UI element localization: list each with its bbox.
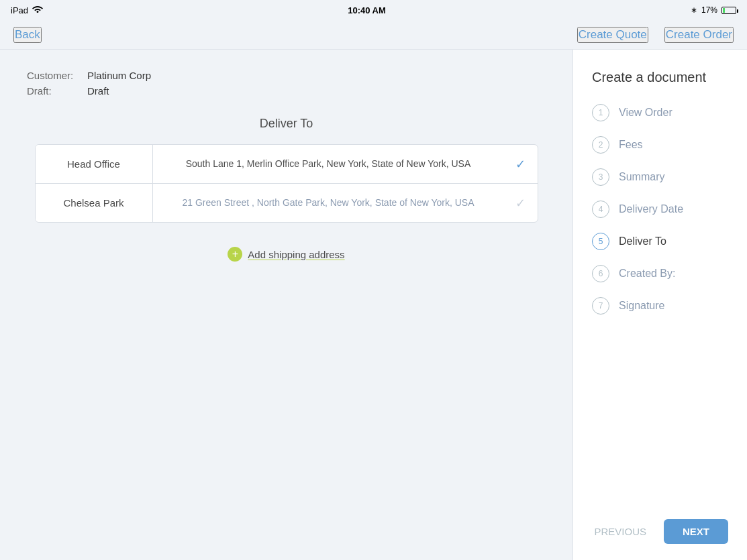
step-signature[interactable]: 7 Signature (592, 297, 728, 315)
step-circle-1: 1 (592, 104, 609, 121)
add-shipping-section: + Add shipping address (27, 243, 546, 266)
step-circle-6: 6 (592, 265, 609, 282)
step-circle-3: 3 (592, 168, 609, 186)
step-created-by[interactable]: 6 Created By: (592, 265, 728, 282)
step-label-delivery-date: Delivery Date (619, 203, 683, 215)
step-label-fees: Fees (619, 139, 643, 151)
next-button[interactable]: NEXT (664, 519, 728, 544)
add-shipping-button[interactable]: + Add shipping address (219, 243, 352, 266)
address-name-chelsea-park: Chelsea Park (36, 184, 153, 222)
create-order-button[interactable]: Create Order (664, 27, 734, 43)
main-layout: Customer: Platinum Corp Draft: Draft Del… (0, 50, 747, 560)
step-circle-4: 4 (592, 201, 609, 218)
panel-footer: PREVIOUS NEXT (573, 508, 747, 560)
address-detail-chelsea-park: 21 Green Street , North Gate Park, New Y… (153, 184, 504, 222)
step-summary[interactable]: 3 Summary (592, 168, 728, 186)
battery-icon (721, 7, 736, 14)
step-label-summary: Summary (619, 171, 664, 183)
step-circle-2: 2 (592, 136, 609, 154)
address-detail-head-office: South Lane 1, Merlin Office Park, New Yo… (153, 145, 504, 183)
step-label-signature: Signature (619, 300, 665, 312)
main-panel: Customer: Platinum Corp Draft: Draft Del… (0, 50, 572, 560)
customer-info: Customer: Platinum Corp Draft: Draft (27, 70, 546, 97)
draft-row: Draft: Draft (27, 85, 546, 97)
add-shipping-icon: + (228, 247, 242, 262)
battery-label: 17% (701, 5, 717, 15)
step-fees[interactable]: 2 Fees (592, 136, 728, 154)
address-table: Head Office South Lane 1, Merlin Office … (35, 144, 538, 223)
panel-title: Create a document (592, 70, 728, 85)
status-bar-time: 10:40 AM (348, 5, 386, 15)
status-bar-left: iPad (11, 5, 43, 15)
nav-actions: Create Quote Create Order (577, 27, 734, 43)
step-label-view-order: View Order (619, 107, 673, 119)
draft-label: Draft: (27, 85, 87, 97)
deliver-to-title: Deliver To (27, 117, 546, 131)
back-button[interactable]: Back (13, 27, 42, 43)
status-bar: iPad 10:40 AM ∗ 17% (0, 0, 747, 20)
address-row-chelsea-park[interactable]: Chelsea Park 21 Green Street , North Gat… (36, 184, 538, 222)
right-panel: Create a document 1 View Order 2 Fees (572, 50, 747, 560)
step-view-order[interactable]: 1 View Order (592, 104, 728, 121)
right-panel-content: Create a document 1 View Order 2 Fees (573, 50, 747, 508)
add-shipping-label: Add shipping address (248, 249, 344, 260)
step-delivery-date[interactable]: 4 Delivery Date (592, 201, 728, 218)
previous-button[interactable]: PREVIOUS (585, 519, 656, 544)
wifi-icon (32, 5, 43, 15)
step-label-created-by: Created By: (619, 268, 675, 280)
steps-list: 1 View Order 2 Fees 3 Summary (592, 104, 728, 315)
address-row-head-office[interactable]: Head Office South Lane 1, Merlin Office … (36, 145, 538, 184)
customer-row: Customer: Platinum Corp (27, 70, 546, 81)
customer-value: Platinum Corp (87, 70, 151, 81)
bluetooth-icon: ∗ (691, 5, 697, 15)
nav-bar: Back Create Quote Create Order (0, 20, 747, 50)
step-circle-5: 5 (592, 233, 609, 250)
step-circle-7: 7 (592, 297, 609, 315)
address-check-chelsea-park: ✓ (504, 184, 538, 222)
create-quote-button[interactable]: Create Quote (577, 27, 648, 43)
address-name-head-office: Head Office (36, 145, 153, 183)
step-label-deliver-to: Deliver To (619, 235, 666, 247)
draft-value: Draft (87, 85, 109, 97)
address-check-head-office: ✓ (504, 145, 538, 183)
step-deliver-to[interactable]: 5 Deliver To (592, 233, 728, 250)
carrier-label: iPad (11, 5, 28, 15)
customer-label: Customer: (27, 70, 87, 81)
status-bar-right: ∗ 17% (691, 5, 736, 15)
